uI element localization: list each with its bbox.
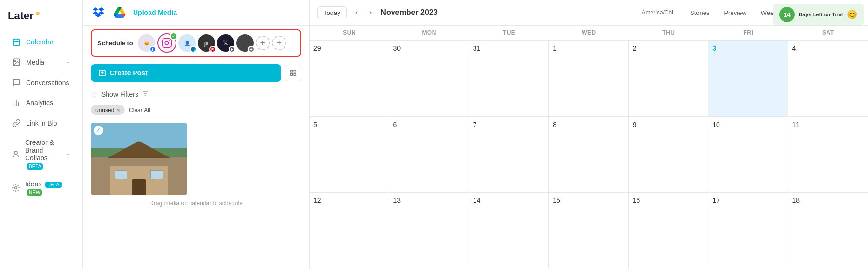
- create-post-button[interactable]: Create Post: [91, 64, 281, 82]
- cal-cell-30[interactable]: 30: [389, 41, 469, 116]
- svg-rect-21: [291, 71, 293, 72]
- sidebar-item-conversations-label: Conversations: [26, 79, 69, 86]
- conversations-icon: [12, 78, 21, 87]
- calendar-days-header: SUN MON TUE WED THU FRI SAT: [310, 26, 868, 41]
- schedule-bar: Schedule to 🐱 f: [91, 29, 301, 57]
- cal-cell-18[interactable]: 18: [788, 193, 868, 269]
- sidebar-item-calendar[interactable]: Calendar: [4, 32, 79, 52]
- svg-rect-24: [294, 73, 296, 75]
- cal-cell-5[interactable]: 5: [310, 117, 389, 193]
- top-bar: Upload Media: [83, 0, 309, 26]
- cal-cell-17[interactable]: 17: [708, 193, 788, 269]
- upload-media-button[interactable]: Upload Media: [133, 9, 177, 16]
- cal-cell-9[interactable]: 9: [629, 117, 708, 193]
- dropbox-icon[interactable]: [91, 5, 106, 20]
- sidebar-item-conversations[interactable]: Conversations: [4, 73, 79, 92]
- day-header-sun: SUN: [310, 26, 389, 40]
- trial-emoji: 😊: [847, 9, 857, 20]
- svg-rect-0: [13, 39, 20, 46]
- account-pinterest[interactable]: 𝕡 P: [198, 34, 215, 52]
- sidebar: Later Calendar Media → Conversations Ana…: [0, 0, 83, 269]
- google-drive-icon[interactable]: [112, 5, 127, 20]
- cal-cell-4[interactable]: 4: [788, 41, 868, 116]
- account-instagram-active[interactable]: ✓: [157, 33, 176, 53]
- drag-hint: Drag media on calendar to schedule: [149, 200, 243, 207]
- svg-rect-23: [291, 73, 293, 75]
- ideas-badge: BETA: [45, 182, 61, 188]
- filter-tag-remove[interactable]: ×: [116, 106, 120, 113]
- today-button[interactable]: Today: [317, 6, 347, 19]
- add-account-button-2[interactable]: +: [272, 36, 286, 50]
- media-thumbnail-container: ✓: [91, 123, 187, 195]
- account-purrfect[interactable]: 🐱 f: [138, 34, 155, 52]
- add-account-button-1[interactable]: +: [256, 36, 270, 50]
- cal-cell-15[interactable]: 15: [549, 193, 628, 269]
- svg-rect-22: [294, 71, 296, 72]
- cal-cell-2[interactable]: 2: [629, 41, 708, 116]
- middle-panel: Upload Media Schedule to 🐱 f: [83, 0, 310, 269]
- media-selected-check: ✓: [94, 126, 103, 135]
- svg-point-10: [15, 187, 17, 189]
- day-header-sat: SAT: [788, 26, 868, 40]
- clear-all-button[interactable]: Clear All: [129, 107, 150, 113]
- sidebar-item-link-in-bio[interactable]: Link in Bio: [4, 113, 79, 133]
- cal-cell-31[interactable]: 31: [469, 41, 549, 116]
- calendar-week-2: 5 6 7 8 9 10 11: [310, 117, 868, 193]
- trial-label-line1: Days Left on Trial: [799, 11, 843, 18]
- svg-point-5: [14, 60, 15, 61]
- star-icon[interactable]: ☆: [91, 90, 97, 99]
- account-extra[interactable]: +: [236, 34, 254, 52]
- sidebar-item-analytics-label: Analytics: [26, 99, 53, 107]
- calendar-week-1: 29 30 31 1 2 3 4: [310, 41, 868, 117]
- sidebar-item-ideas[interactable]: Ideas BETA NEW: [4, 175, 79, 200]
- sidebar-item-media[interactable]: Media →: [4, 53, 79, 72]
- svg-point-9: [14, 151, 17, 154]
- next-month-button[interactable]: ›: [366, 6, 375, 19]
- sidebar-item-creator-brand-label: Creator & Brand Collabs BETA: [25, 139, 60, 170]
- creator-badge: BETA: [27, 163, 43, 170]
- calendar-icon: [12, 37, 21, 47]
- filters-row: ☆ Show Filters: [83, 85, 309, 103]
- svg-point-14: [165, 41, 168, 44]
- calendar-grid: SUN MON TUE WED THU FRI SAT 29 30 31 1 2…: [310, 26, 868, 269]
- show-filters-button[interactable]: Show Filters: [101, 89, 149, 99]
- sidebar-item-creator-brand[interactable]: Creator & Brand Collabs BETA →: [4, 134, 79, 174]
- logo-dot: [36, 12, 40, 15]
- sidebar-item-analytics[interactable]: Analytics: [4, 93, 79, 113]
- calendar-panel: 14 Days Left on Trial 😊 Today ‹ › Novemb…: [310, 0, 868, 269]
- ideas-icon: [12, 183, 20, 193]
- calendar-month-title: November 2023: [380, 8, 437, 17]
- grid-view-button[interactable]: [285, 65, 301, 81]
- tab-preview[interactable]: Preview: [718, 6, 752, 19]
- cal-cell-11[interactable]: 11: [788, 117, 868, 193]
- ideas-new-badge: NEW: [27, 189, 42, 196]
- cal-cell-7[interactable]: 7: [469, 117, 549, 193]
- cal-cell-16[interactable]: 16: [629, 193, 708, 269]
- day-header-thu: THU: [629, 26, 708, 40]
- create-post-row: Create Post: [91, 64, 301, 82]
- prev-month-button[interactable]: ‹: [353, 6, 361, 19]
- svg-text:🐱: 🐱: [144, 40, 150, 46]
- cal-cell-10[interactable]: 10: [708, 117, 788, 193]
- account-twitter-plus[interactable]: 𝕏 +: [217, 34, 234, 52]
- cal-cell-8[interactable]: 8: [549, 117, 628, 193]
- logo-text: Later: [8, 10, 34, 22]
- cal-cell-3-today[interactable]: 3: [708, 41, 788, 116]
- cal-cell-12[interactable]: 12: [310, 193, 389, 269]
- sidebar-item-link-in-bio-label: Link in Bio: [26, 119, 57, 127]
- media-thumbnail[interactable]: ✓: [91, 123, 187, 195]
- cal-cell-29[interactable]: 29: [310, 41, 389, 116]
- cal-cell-13[interactable]: 13: [389, 193, 469, 269]
- day-header-tue: TUE: [469, 26, 549, 40]
- cal-cell-14[interactable]: 14: [469, 193, 549, 269]
- filter-tag-label: unused: [95, 107, 114, 113]
- cal-cell-1[interactable]: 1: [549, 41, 628, 116]
- logo-area: Later: [0, 5, 82, 32]
- filter-tag-unused: unused ×: [91, 105, 125, 115]
- trial-days-circle: 14: [779, 7, 795, 22]
- tab-stories[interactable]: Stories: [684, 6, 716, 19]
- cal-cell-6[interactable]: 6: [389, 117, 469, 193]
- analytics-icon: [12, 98, 21, 108]
- filter-tags-row: unused × Clear All: [83, 103, 309, 119]
- account-linkedin[interactable]: 👤 in: [178, 34, 196, 52]
